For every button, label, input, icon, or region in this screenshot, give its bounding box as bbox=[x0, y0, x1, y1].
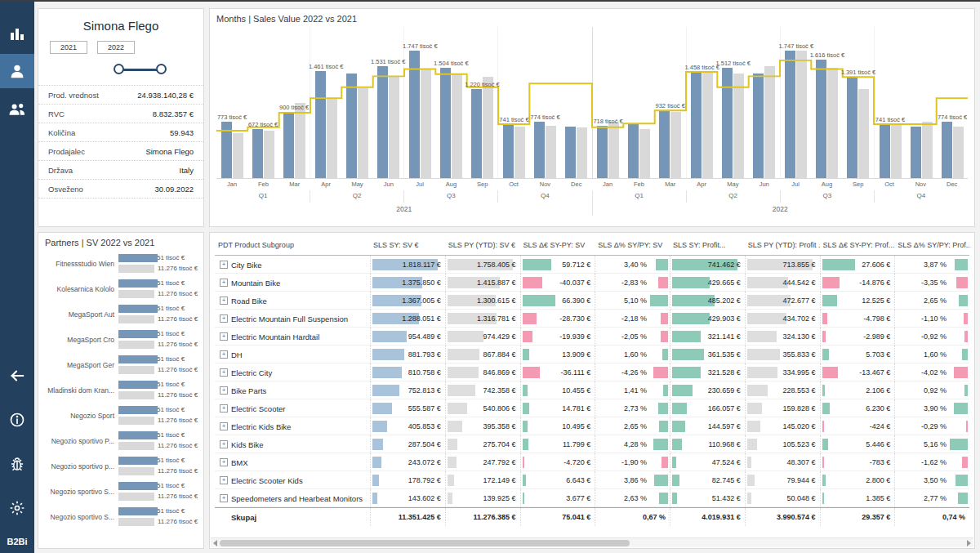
prior-year-bar[interactable] bbox=[891, 124, 902, 178]
current-year-bar[interactable] bbox=[753, 74, 764, 178]
prior-year-bar[interactable] bbox=[702, 71, 713, 178]
current-year-bar[interactable] bbox=[659, 110, 670, 178]
expand-icon[interactable]: + bbox=[220, 404, 228, 413]
prior-year-bar[interactable] bbox=[922, 122, 933, 178]
info-button[interactable] bbox=[0, 403, 34, 437]
partner-row[interactable]: Mladinski dom Kran...11.351 tisoč €11.27… bbox=[43, 377, 198, 403]
partner-row[interactable]: MegaSport Cro11.351 tisoč €11.276 tisoč … bbox=[43, 327, 198, 352]
current-year-bar[interactable] bbox=[315, 71, 326, 178]
prior-year-bar[interactable] bbox=[233, 133, 243, 178]
expand-icon[interactable]: + bbox=[220, 386, 228, 395]
scroll-right-arrow[interactable] bbox=[967, 540, 971, 546]
current-year-bar[interactable] bbox=[377, 66, 388, 178]
prior-year-bar[interactable] bbox=[639, 129, 650, 178]
column-header[interactable]: SLS Δ% SY/PY: Prof... bbox=[894, 241, 969, 249]
settings-button[interactable] bbox=[0, 491, 34, 525]
prior-year-bar[interactable] bbox=[953, 127, 964, 178]
table-row[interactable]: +Electric Mountain Full Suspension1.288.… bbox=[215, 310, 969, 328]
column-header[interactable]: SLS PY (YTD): SV € bbox=[445, 241, 520, 249]
prior-year-bar[interactable] bbox=[264, 131, 274, 178]
partner-row[interactable]: MegaSport Aut11.351 tisoč €11.276 tisoč … bbox=[43, 301, 198, 327]
table-row[interactable]: +Electric City810.758 €846.869 €-36.111 … bbox=[215, 363, 969, 381]
prior-year-bar[interactable] bbox=[608, 122, 619, 178]
expand-icon[interactable]: + bbox=[220, 279, 228, 287]
partner-row[interactable]: Negozio sportivo S...11.351 tisoč €11.27… bbox=[43, 504, 198, 529]
current-year-bar[interactable] bbox=[911, 127, 921, 178]
partner-row[interactable]: Kolesarnica Kololo11.351 tisoč €11.276 t… bbox=[43, 276, 198, 301]
prior-year-bar[interactable] bbox=[764, 66, 775, 178]
scrollbar-thumb[interactable] bbox=[220, 540, 630, 546]
year-range-slider[interactable] bbox=[50, 62, 192, 78]
column-header[interactable]: PDT Product Subgroup bbox=[215, 241, 370, 249]
current-year-bar[interactable] bbox=[221, 122, 232, 178]
partner-row[interactable]: Negozio sportivo p...11.351 tisoč €11.27… bbox=[43, 453, 198, 479]
current-year-bar[interactable] bbox=[346, 74, 357, 178]
nav-salesperson[interactable] bbox=[0, 54, 34, 88]
prior-year-bar[interactable] bbox=[733, 74, 744, 178]
current-year-bar[interactable] bbox=[409, 51, 420, 178]
current-year-bar[interactable] bbox=[503, 124, 514, 178]
partner-row[interactable]: MegaSport Ger11.351 tisoč €11.276 tisoč … bbox=[43, 352, 198, 377]
current-year-bar[interactable] bbox=[691, 72, 702, 178]
scrollbar-track[interactable] bbox=[220, 540, 964, 546]
table-row[interactable]: +Mountain Bike1.375.850 €1.415.887 €-40.… bbox=[215, 274, 969, 292]
current-year-bar[interactable] bbox=[847, 77, 858, 178]
column-header[interactable]: SLS Δ€ SY-PY: Prof... bbox=[820, 241, 895, 249]
table-row[interactable]: +Electric Kids Bike405.853 €395.358 €10.… bbox=[215, 417, 969, 435]
prior-year-bar[interactable] bbox=[358, 88, 368, 178]
prior-year-bar[interactable] bbox=[295, 103, 305, 178]
partner-row[interactable]: Negozio sportivo P...11.351 tisoč €11.27… bbox=[43, 428, 198, 453]
table-row[interactable]: +Bike Parts752.813 €742.358 €10.455 €1,4… bbox=[215, 381, 969, 399]
expand-icon[interactable]: + bbox=[220, 368, 228, 377]
expand-icon[interactable]: + bbox=[220, 261, 228, 269]
column-header[interactable]: SLS SY: Profit... bbox=[670, 241, 745, 249]
prior-year-bar[interactable] bbox=[421, 69, 431, 178]
prior-year-bar[interactable] bbox=[858, 89, 869, 178]
prior-year-bar[interactable] bbox=[327, 99, 337, 178]
slider-handle-start[interactable] bbox=[114, 64, 124, 74]
current-year-bar[interactable] bbox=[283, 112, 294, 178]
current-year-bar[interactable] bbox=[440, 68, 451, 178]
table-row[interactable]: +Road Bike1.367.005 €1.300.615 €66.390 €… bbox=[215, 292, 969, 310]
year-end-input[interactable]: 2022 bbox=[97, 41, 135, 54]
back-button[interactable] bbox=[0, 359, 34, 393]
prior-year-bar[interactable] bbox=[827, 68, 838, 178]
expand-icon[interactable]: + bbox=[220, 422, 228, 430]
prior-year-bar[interactable] bbox=[577, 127, 587, 178]
table-row[interactable]: +DH881.793 €867.884 €13.909 €1,60 %361.5… bbox=[215, 346, 969, 363]
expand-icon[interactable]: + bbox=[220, 494, 228, 502]
table-row[interactable]: +City Bike1.818.117 €1.758.405 €59.712 €… bbox=[215, 256, 969, 274]
prior-year-bar[interactable] bbox=[452, 74, 462, 178]
current-year-bar[interactable] bbox=[942, 122, 952, 178]
prior-year-bar[interactable] bbox=[546, 126, 556, 178]
current-year-bar[interactable] bbox=[471, 89, 482, 178]
partner-row[interactable]: Negozio Sport11.351 tisoč €11.276 tisoč … bbox=[43, 403, 198, 428]
debug-button[interactable] bbox=[0, 447, 34, 481]
current-year-bar[interactable] bbox=[880, 124, 890, 178]
table-row[interactable]: +Electric Scooter555.587 €540.806 €14.78… bbox=[215, 399, 969, 417]
expand-icon[interactable]: + bbox=[220, 350, 228, 359]
nav-analytics[interactable] bbox=[0, 16, 34, 51]
table-row[interactable]: +Kids Bike287.504 €275.704 €11.799 €4,28… bbox=[215, 435, 969, 453]
table-row[interactable]: +Electric Scooter Kids178.792 €172.149 €… bbox=[215, 471, 969, 489]
table-row[interactable]: +Speedometers and Hearbeat Monitors143.6… bbox=[215, 489, 969, 507]
expand-icon[interactable]: + bbox=[220, 297, 228, 305]
current-year-bar[interactable] bbox=[722, 68, 733, 178]
current-year-bar[interactable] bbox=[534, 122, 545, 178]
expand-icon[interactable]: + bbox=[220, 332, 228, 341]
partner-row[interactable]: Negozio sportivo S...11.351 tisoč €11.27… bbox=[43, 479, 198, 504]
table-row[interactable]: +Electric Mountain Hardtail954.489 €974.… bbox=[215, 328, 969, 346]
table-row[interactable]: +BMX243.072 €247.792 €-4.720 €-1,90 %47.… bbox=[215, 453, 969, 471]
current-year-bar[interactable] bbox=[597, 126, 608, 178]
current-year-bar[interactable] bbox=[628, 123, 639, 178]
table-horizontal-scrollbar[interactable] bbox=[211, 537, 973, 547]
partner-row[interactable]: Fitnessstudio Wien11.351 tisoč €11.276 t… bbox=[43, 251, 198, 276]
nav-partners[interactable] bbox=[0, 91, 34, 126]
prior-year-bar[interactable] bbox=[670, 112, 681, 178]
expand-icon[interactable]: + bbox=[220, 476, 228, 484]
expand-icon[interactable]: + bbox=[220, 458, 228, 466]
expand-icon[interactable]: + bbox=[220, 440, 228, 448]
current-year-bar[interactable] bbox=[252, 129, 263, 178]
scroll-left-arrow[interactable] bbox=[213, 540, 217, 546]
prior-year-bar[interactable] bbox=[483, 77, 493, 178]
